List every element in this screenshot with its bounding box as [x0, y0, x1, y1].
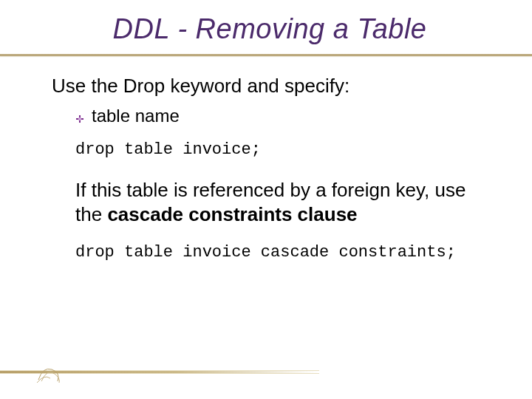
bullet-item: table name — [75, 106, 488, 126]
code-example-1: drop table invoice; — [75, 140, 488, 161]
slide-title: DDL - Removing a Table — [52, 13, 488, 45]
paragraph: If this table is referenced by a foreign… — [75, 178, 488, 226]
bullet-text: table name — [92, 106, 180, 126]
slide: DDL - Removing a Table Use the Drop keyw… — [0, 0, 532, 399]
bullet-icon — [75, 113, 84, 122]
footer-divider — [0, 370, 319, 374]
intro-text: Use the Drop keyword and specify: — [52, 74, 488, 98]
para-bold: cascade constraints clause — [107, 203, 357, 225]
title-divider — [0, 54, 532, 56]
svg-point-2 — [78, 117, 81, 120]
code-example-2: drop table invoice cascade constraints; — [75, 242, 488, 264]
